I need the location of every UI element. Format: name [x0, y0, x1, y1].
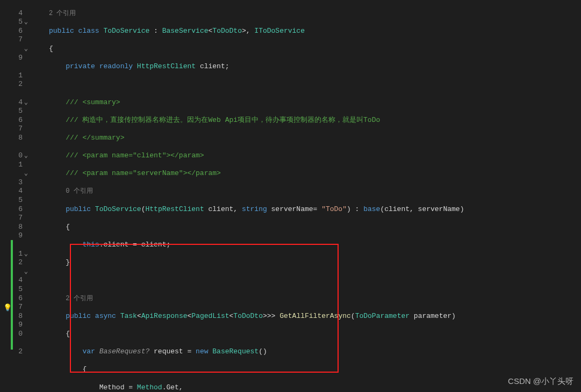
- code-lens: 2 个引用: [66, 295, 92, 302]
- code-lens: 0 个引用: [66, 187, 92, 195]
- code-editor: 💡 4 5⌄ 6 7 ⌄ 9 1 2 4⌄ 5 6 7 8 0⌄ 1 ⌄ 3 4…: [0, 0, 581, 392]
- watermark: CSDN @小丫头呀: [508, 376, 573, 387]
- code-lens: 2 个引用: [49, 10, 76, 17]
- code-content[interactable]: 2 个引用 public class ToDoService : BaseSer…: [26, 0, 581, 392]
- gutter: 💡 4 5⌄ 6 7 ⌄ 9 1 2 4⌄ 5 6 7 8 0⌄ 1 ⌄ 3 4…: [0, 0, 26, 392]
